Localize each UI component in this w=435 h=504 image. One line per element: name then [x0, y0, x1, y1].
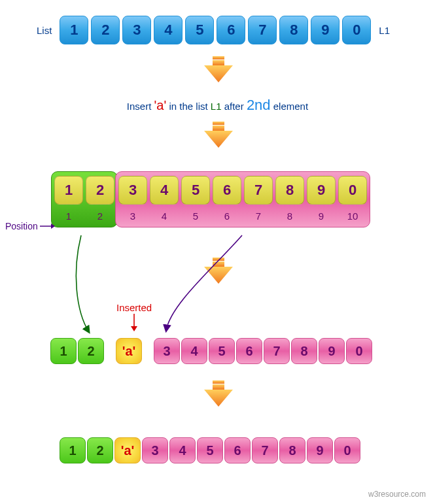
l1-label: L1 — [379, 25, 390, 36]
list-cell: 4 — [154, 16, 183, 44]
list-cell: 5 — [185, 16, 214, 44]
list-cell: 2 — [91, 16, 120, 44]
arrow-down-icon — [200, 55, 237, 84]
list-cell: 4 — [150, 176, 179, 205]
svg-marker-18 — [204, 390, 233, 407]
list-cell: 1 — [60, 16, 88, 44]
position-cell: 8 — [275, 206, 304, 226]
svg-rect-1 — [213, 60, 224, 65]
position-label: Position — [5, 221, 55, 231]
list-cell: 0 — [342, 16, 371, 44]
list-cell: 5 — [197, 437, 223, 463]
svg-marker-15 — [131, 326, 137, 331]
position-cell: 9 — [307, 206, 336, 226]
arrow-down-red-icon — [129, 313, 139, 331]
list-cell: 7 — [244, 176, 273, 205]
list-cell: 3 — [142, 437, 168, 463]
position-cell: 3 — [118, 206, 147, 226]
list-cell: 5 — [181, 176, 210, 205]
list-cell: 3 — [122, 16, 151, 44]
list-cell: 0 — [338, 176, 367, 205]
svg-rect-4 — [213, 126, 224, 131]
svg-marker-5 — [204, 131, 233, 148]
list-row: 1234567890 — [58, 14, 372, 46]
arrow-right-icon — [39, 222, 55, 231]
list-cell: 7 — [264, 338, 290, 364]
inserted-cell: 'a' — [116, 338, 142, 364]
list-cell: 7 — [248, 16, 277, 44]
list-cell: 4 — [169, 437, 196, 463]
list-cell: 8 — [279, 16, 308, 44]
arrow-down-icon — [200, 379, 237, 408]
arrow-down-icon — [200, 120, 237, 149]
list-cell: 9 — [311, 16, 339, 44]
list-cell: 9 — [319, 338, 345, 364]
position-cell: 6 — [213, 206, 241, 226]
list-cell: 8 — [291, 338, 317, 364]
svg-rect-17 — [213, 384, 224, 390]
list-cell: 2 — [87, 437, 113, 463]
list-cell: 2 — [86, 176, 114, 205]
svg-rect-0 — [213, 56, 224, 59]
list-cell: 4 — [181, 338, 207, 364]
list-cell: 3 — [154, 338, 180, 364]
svg-rect-3 — [213, 122, 224, 125]
footer-credit: w3resource.com — [368, 490, 426, 499]
svg-rect-16 — [213, 380, 224, 384]
inserted-cell: 'a' — [114, 437, 141, 463]
list-cell: 8 — [279, 437, 305, 463]
inserted-label: Inserted — [116, 302, 152, 333]
position-cell: 10 — [338, 206, 367, 226]
svg-marker-7 — [51, 224, 55, 229]
list-cell: 2 — [78, 338, 104, 364]
split-pink-container: 34567890 345678910 — [115, 171, 370, 227]
list-cell: 6 — [217, 16, 245, 44]
list-cell: 6 — [224, 437, 251, 463]
list-cell: 6 — [213, 176, 241, 205]
svg-marker-2 — [204, 65, 233, 82]
list-cell: 0 — [334, 437, 360, 463]
list-cell: 1 — [50, 338, 77, 364]
position-cell: 7 — [244, 206, 273, 226]
list-cell: 5 — [209, 338, 235, 364]
list-cell: 8 — [275, 176, 304, 205]
position-cell: 1 — [54, 206, 83, 226]
list-label: List — [37, 25, 52, 36]
instruction-text: Insert 'a' in the list L1 after 2nd elem… — [0, 97, 435, 114]
list-cell: 7 — [252, 437, 278, 463]
list-cell: 0 — [346, 338, 372, 364]
position-cell: 2 — [86, 206, 114, 226]
position-cell: 4 — [150, 206, 179, 226]
list-cell: 1 — [60, 437, 86, 463]
list-cell: 9 — [307, 437, 333, 463]
list-cell: 9 — [307, 176, 336, 205]
split-green-container: 12 12 — [51, 171, 118, 227]
flow-arrows — [0, 233, 435, 350]
position-cell: 5 — [181, 206, 210, 226]
list-cell: 6 — [236, 338, 262, 364]
list-cell: 3 — [118, 176, 147, 205]
list-cell: 1 — [54, 176, 83, 205]
